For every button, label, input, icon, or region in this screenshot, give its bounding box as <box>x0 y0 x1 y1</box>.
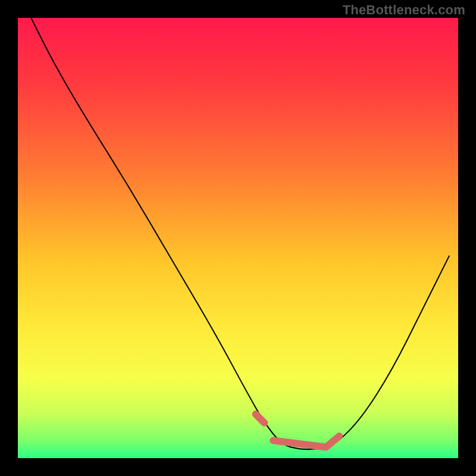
chart-stage: TheBottleneck.com <box>0 0 476 476</box>
bottleneck-chart <box>0 0 476 476</box>
plot-background <box>18 18 458 458</box>
